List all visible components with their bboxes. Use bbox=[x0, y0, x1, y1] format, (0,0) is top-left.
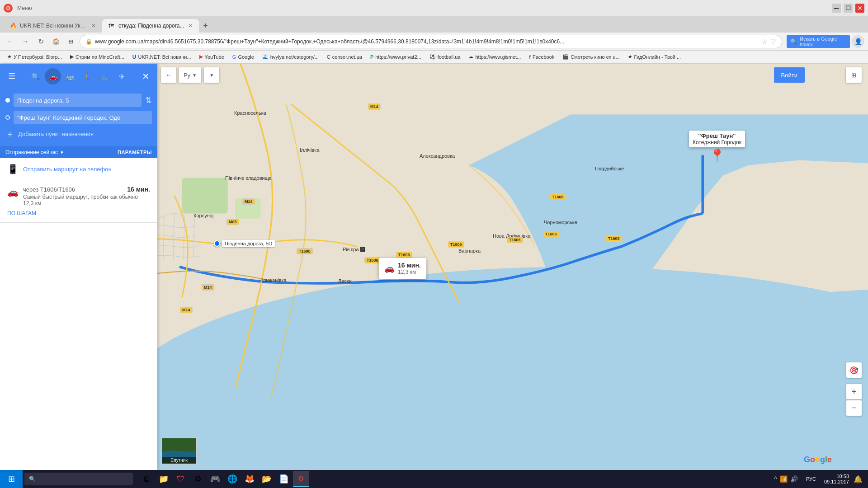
taskbar-task-view[interactable]: ⧉ bbox=[138, 471, 155, 487]
tab-close-ukrnet[interactable]: ✕ bbox=[91, 23, 96, 29]
extensions-btn[interactable]: ⊞ bbox=[65, 36, 77, 47]
bm-minecraft-label: Стрим по MineCraft... bbox=[75, 54, 124, 60]
send-route-label: Отправить маршрут на телефон bbox=[23, 166, 112, 173]
bm-ukrnet[interactable]: U UKR.NET: Всі новини... bbox=[129, 53, 195, 61]
transport-flight[interactable]: ✈ bbox=[113, 68, 130, 84]
lang-selector[interactable]: Ру ▼ bbox=[179, 67, 201, 83]
bm-gidonline[interactable]: ★ ГидОнлайн - Твой ... bbox=[624, 53, 685, 61]
bm-peterburg[interactable]: ★ У Петербурзі: Біогр... bbox=[4, 53, 66, 61]
bm-gismet[interactable]: ☁ https://www.gismet... bbox=[465, 53, 524, 61]
bm-censor[interactable]: C censor.net.ua bbox=[323, 53, 366, 61]
taskbar-pdf[interactable]: 📄 bbox=[276, 471, 292, 487]
action-center-icon[interactable]: 🔔 bbox=[854, 475, 863, 483]
sidebar-menu-button[interactable]: ☰ bbox=[4, 68, 20, 84]
bm-football[interactable]: ⚽ football.ua bbox=[426, 53, 464, 61]
back-button[interactable]: ← bbox=[4, 35, 16, 48]
minimize-button[interactable]: ─ bbox=[832, 4, 841, 13]
clock-date: 09.11.2017 bbox=[824, 479, 849, 484]
bookmark-star-icon[interactable]: ☆ bbox=[762, 38, 768, 45]
bm-cinema[interactable]: 🎬 Смотреть кино ex u... bbox=[559, 53, 623, 61]
taskbar-file-manager[interactable]: 📁 bbox=[156, 471, 172, 487]
map-area[interactable]: ← Ру ▼ ▼ Войти ⊞ Красноселька Іллічівка … bbox=[157, 64, 868, 470]
transport-walk[interactable]: 🚶 bbox=[79, 68, 95, 84]
heart-icon[interactable]: ♡ bbox=[770, 38, 776, 45]
systray-network-icon[interactable]: 📶 bbox=[780, 475, 788, 483]
taskbar-firefox[interactable]: 🦊 bbox=[241, 471, 258, 487]
explorer-icon: 📂 bbox=[262, 474, 272, 484]
tooltip-distance: 12,3 км bbox=[398, 269, 421, 275]
taskbar-app1[interactable]: ⚙ bbox=[190, 471, 206, 487]
waypoints: ⇅ ＋ Добавить пункт назначения bbox=[0, 89, 157, 146]
bm-youtube[interactable]: ▶ YouTube bbox=[196, 53, 228, 61]
bm-ukrnet-label: UKR.NET: Всі новини... bbox=[138, 54, 191, 60]
map-down-button[interactable]: ▼ bbox=[204, 67, 219, 83]
bm-minecraft[interactable]: ▶ Стрим по MineCraft... bbox=[66, 53, 128, 61]
clock-time: 10:58 bbox=[824, 474, 849, 479]
map-thumbnail[interactable]: Спутник bbox=[161, 437, 197, 465]
sidebar-close-button[interactable]: ✕ bbox=[137, 68, 154, 84]
task-view-icon: ⧉ bbox=[144, 474, 150, 484]
taskbar-app2[interactable]: 🎮 bbox=[207, 471, 223, 487]
map-controls-top: ← Ру ▼ ▼ bbox=[161, 67, 219, 83]
taskbar-antivirus[interactable]: 🛡 bbox=[173, 471, 189, 487]
apps-button[interactable]: ⊞ bbox=[846, 67, 862, 83]
origin-input[interactable] bbox=[14, 94, 142, 107]
google-search-box[interactable]: 🔍 Искать в Google поиск bbox=[787, 35, 850, 48]
forward-button[interactable]: → bbox=[19, 35, 32, 48]
transport-transit[interactable]: 🚌 bbox=[62, 68, 78, 84]
dest-row bbox=[5, 109, 152, 126]
departure-label-text: Отправление сейчас bbox=[5, 149, 58, 155]
bm-google[interactable]: G Google bbox=[229, 53, 258, 61]
transport-search[interactable]: 🔍 bbox=[28, 68, 44, 84]
map-back-button[interactable]: ← bbox=[161, 67, 176, 83]
menu-label[interactable]: Меню bbox=[14, 5, 34, 11]
new-tab-button[interactable]: + bbox=[199, 19, 212, 33]
close-button[interactable]: ✕ bbox=[855, 4, 864, 13]
transport-car[interactable]: 🚗 bbox=[45, 68, 61, 84]
tabs-bar: 🔥 UKR.NET: Всі новини Укр... ✕ 🗺 откуда:… bbox=[0, 16, 868, 33]
tab-ukrnet[interactable]: 🔥 UKR.NET: Всі новини Укр... ✕ bbox=[4, 19, 102, 33]
route-steps-button[interactable]: ПО ШАГАМ bbox=[7, 210, 36, 216]
login-button[interactable]: Войти bbox=[774, 67, 805, 83]
bm-gidonline-label: ГидОнлайн - Твой ... bbox=[634, 54, 681, 60]
taskbar-app3[interactable]: 🌐 bbox=[224, 471, 241, 487]
bm-hvylya[interactable]: 🌊 hvylya.net/category/... bbox=[259, 53, 322, 61]
params-button[interactable]: ПАРАМЕТРЫ bbox=[118, 150, 152, 155]
pdf-icon: 📄 bbox=[279, 474, 289, 484]
tab-maps[interactable]: 🗺 откуда: Південна дорога... ✕ bbox=[102, 19, 199, 33]
bm-privat[interactable]: P https://www.privat2... bbox=[367, 53, 425, 61]
departure-selector[interactable]: Отправление сейчас ▼ bbox=[5, 149, 64, 155]
lang-display[interactable]: РУС bbox=[806, 476, 816, 482]
bm-ukrnet-icon: U bbox=[132, 54, 137, 60]
taskbar-explorer[interactable]: 📂 bbox=[259, 471, 275, 487]
profile-avatar[interactable]: 👤 bbox=[852, 35, 864, 48]
restore-button[interactable]: ❐ bbox=[844, 4, 853, 13]
tab-favicon-ukrnet: 🔥 bbox=[10, 23, 16, 29]
taskbar-opera[interactable]: O bbox=[293, 471, 309, 487]
refresh-button[interactable]: ↻ bbox=[34, 35, 47, 48]
tab-label-ukrnet: UKR.NET: Всі новини Укр... bbox=[20, 23, 88, 29]
route-option-header: 🚗 через Т1606/Т1606 16 мин. Самый быстры… bbox=[7, 186, 150, 206]
title-bar: O Меню ─ ❐ ✕ bbox=[0, 0, 868, 16]
taskbar-search-box[interactable]: 🔍 bbox=[24, 473, 133, 485]
systray-arrow-icon[interactable]: ^ bbox=[774, 475, 777, 483]
location-button[interactable]: 🎯 bbox=[846, 362, 862, 378]
add-dest-icon: ＋ bbox=[5, 128, 14, 140]
systray: ^ 📶 🔊 bbox=[774, 475, 798, 483]
zoom-in-button[interactable]: + bbox=[846, 384, 862, 399]
origin-label: Південна дорога, 5О bbox=[214, 240, 275, 247]
zoom-out-button[interactable]: − bbox=[846, 400, 862, 416]
dest-input[interactable] bbox=[14, 111, 152, 124]
add-destination-row[interactable]: ＋ Добавить пункт назначения bbox=[5, 126, 152, 142]
home-button[interactable]: 🏠 bbox=[50, 35, 62, 48]
tab-close-maps[interactable]: ✕ bbox=[188, 23, 193, 29]
transport-bike[interactable]: 🚲 bbox=[96, 68, 113, 84]
systray-volume-icon[interactable]: 🔊 bbox=[790, 475, 798, 483]
bm-facebook[interactable]: f Facebook bbox=[525, 53, 558, 61]
start-button[interactable]: ⊞ bbox=[0, 470, 23, 488]
send-route-button[interactable]: 📱 Отправить маршрут на телефон bbox=[0, 158, 157, 180]
address-box[interactable]: 🔒 www.google.com.ua/maps/dir/46.5651675,… bbox=[80, 35, 782, 48]
bm-privat-icon: P bbox=[370, 54, 373, 60]
taskbar-icons: ⧉ 📁 🛡 ⚙ 🎮 🌐 🦊 📂 📄 O bbox=[135, 471, 313, 487]
swap-button[interactable]: ⇅ bbox=[145, 95, 152, 105]
